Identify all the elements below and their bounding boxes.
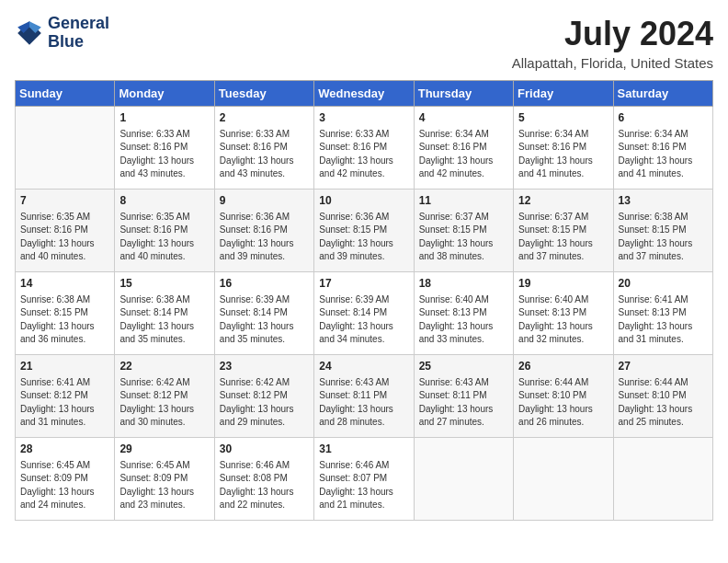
- day-number: 29: [119, 442, 209, 457]
- week-row-3: 14Sunrise: 6:38 AMSunset: 8:15 PMDayligh…: [16, 272, 713, 355]
- calendar-cell-4-4: [414, 438, 513, 521]
- week-row-4: 21Sunrise: 6:41 AMSunset: 8:12 PMDayligh…: [16, 355, 713, 438]
- day-number: 23: [220, 359, 309, 374]
- day-number: 27: [619, 359, 708, 374]
- day-number: 12: [518, 193, 608, 209]
- calendar-cell-0-5: 5Sunrise: 6:34 AMSunset: 8:16 PMDaylight…: [514, 107, 613, 190]
- day-info: Sunrise: 6:34 AMSunset: 8:16 PMDaylight:…: [619, 128, 708, 181]
- subtitle: Allapattah, Florida, United States: [512, 55, 713, 71]
- day-number: 22: [119, 359, 209, 374]
- day-info: Sunrise: 6:46 AMSunset: 8:07 PMDaylight:…: [319, 459, 408, 512]
- day-number: 13: [619, 193, 708, 209]
- day-number: 24: [319, 359, 408, 374]
- calendar-cell-0-6: 6Sunrise: 6:34 AMSunset: 8:16 PMDaylight…: [613, 107, 712, 190]
- day-header-tuesday: Tuesday: [214, 81, 313, 107]
- calendar-header: SundayMondayTuesdayWednesdayThursdayFrid…: [16, 81, 713, 107]
- week-row-2: 7Sunrise: 6:35 AMSunset: 8:16 PMDaylight…: [16, 190, 713, 272]
- day-number: 21: [20, 359, 109, 374]
- calendar-cell-2-3: 17Sunrise: 6:39 AMSunset: 8:14 PMDayligh…: [314, 272, 414, 355]
- day-header-saturday: Saturday: [613, 81, 712, 107]
- day-number: 6: [619, 110, 708, 126]
- day-number: 4: [419, 110, 508, 126]
- day-info: Sunrise: 6:34 AMSunset: 8:16 PMDaylight:…: [518, 128, 608, 181]
- calendar-body: 1Sunrise: 6:33 AMSunset: 8:16 PMDaylight…: [16, 107, 713, 521]
- day-number: 28: [20, 442, 109, 457]
- day-info: Sunrise: 6:46 AMSunset: 8:08 PMDaylight:…: [220, 459, 309, 512]
- day-info: Sunrise: 6:44 AMSunset: 8:10 PMDaylight:…: [619, 376, 708, 430]
- day-number: 14: [20, 276, 109, 292]
- day-info: Sunrise: 6:41 AMSunset: 8:12 PMDaylight:…: [20, 376, 109, 430]
- day-info: Sunrise: 6:38 AMSunset: 8:14 PMDaylight:…: [119, 293, 209, 347]
- calendar-cell-2-6: 20Sunrise: 6:41 AMSunset: 8:13 PMDayligh…: [613, 272, 712, 355]
- day-info: Sunrise: 6:42 AMSunset: 8:12 PMDaylight:…: [119, 376, 209, 430]
- calendar-cell-3-4: 25Sunrise: 6:43 AMSunset: 8:11 PMDayligh…: [414, 355, 513, 438]
- logo-icon: [15, 18, 44, 48]
- day-info: Sunrise: 6:39 AMSunset: 8:14 PMDaylight:…: [319, 293, 408, 347]
- day-number: 16: [220, 276, 309, 292]
- calendar-cell-2-4: 18Sunrise: 6:40 AMSunset: 8:13 PMDayligh…: [414, 272, 513, 355]
- title-area: July 2024 Allapattah, Florida, United St…: [512, 15, 713, 71]
- day-number: 30: [220, 442, 309, 457]
- day-info: Sunrise: 6:43 AMSunset: 8:11 PMDaylight:…: [319, 376, 408, 430]
- day-number: 9: [220, 193, 309, 209]
- day-info: Sunrise: 6:44 AMSunset: 8:10 PMDaylight:…: [518, 376, 608, 430]
- calendar-cell-1-5: 12Sunrise: 6:37 AMSunset: 8:15 PMDayligh…: [514, 190, 613, 272]
- calendar-cell-1-1: 8Sunrise: 6:35 AMSunset: 8:16 PMDaylight…: [115, 190, 214, 272]
- day-info: Sunrise: 6:38 AMSunset: 8:15 PMDaylight:…: [20, 293, 109, 347]
- days-of-week-row: SundayMondayTuesdayWednesdayThursdayFrid…: [16, 81, 713, 107]
- day-header-wednesday: Wednesday: [314, 81, 414, 107]
- day-number: 20: [619, 276, 708, 292]
- day-info: Sunrise: 6:45 AMSunset: 8:09 PMDaylight:…: [119, 459, 209, 512]
- day-number: 15: [119, 276, 209, 292]
- day-info: Sunrise: 6:37 AMSunset: 8:15 PMDaylight:…: [419, 211, 508, 264]
- day-header-sunday: Sunday: [16, 81, 115, 107]
- calendar-cell-1-3: 10Sunrise: 6:36 AMSunset: 8:15 PMDayligh…: [314, 190, 414, 272]
- week-row-5: 28Sunrise: 6:45 AMSunset: 8:09 PMDayligh…: [16, 438, 713, 521]
- logo: General Blue: [15, 15, 109, 52]
- calendar-cell-1-4: 11Sunrise: 6:37 AMSunset: 8:15 PMDayligh…: [414, 190, 513, 272]
- day-number: 19: [518, 276, 608, 292]
- day-header-friday: Friday: [514, 81, 613, 107]
- logo-text: General Blue: [48, 15, 109, 52]
- calendar-cell-4-1: 29Sunrise: 6:45 AMSunset: 8:09 PMDayligh…: [115, 438, 214, 521]
- calendar-cell-4-6: [613, 438, 712, 521]
- day-number: 25: [419, 359, 508, 374]
- day-number: 10: [319, 193, 408, 209]
- day-info: Sunrise: 6:33 AMSunset: 8:16 PMDaylight:…: [319, 128, 408, 181]
- day-number: 3: [319, 110, 408, 126]
- calendar-cell-4-3: 31Sunrise: 6:46 AMSunset: 8:07 PMDayligh…: [314, 438, 414, 521]
- day-info: Sunrise: 6:42 AMSunset: 8:12 PMDaylight:…: [220, 376, 309, 430]
- calendar-cell-2-0: 14Sunrise: 6:38 AMSunset: 8:15 PMDayligh…: [16, 272, 115, 355]
- calendar-cell-4-5: [514, 438, 613, 521]
- calendar-cell-3-2: 23Sunrise: 6:42 AMSunset: 8:12 PMDayligh…: [214, 355, 313, 438]
- week-row-1: 1Sunrise: 6:33 AMSunset: 8:16 PMDaylight…: [16, 107, 713, 190]
- day-number: 26: [518, 359, 608, 374]
- day-info: Sunrise: 6:40 AMSunset: 8:13 PMDaylight:…: [518, 293, 608, 347]
- day-info: Sunrise: 6:43 AMSunset: 8:11 PMDaylight:…: [419, 376, 508, 430]
- calendar-cell-1-6: 13Sunrise: 6:38 AMSunset: 8:15 PMDayligh…: [613, 190, 712, 272]
- day-info: Sunrise: 6:33 AMSunset: 8:16 PMDaylight:…: [119, 128, 209, 181]
- day-number: 2: [220, 110, 309, 126]
- day-info: Sunrise: 6:35 AMSunset: 8:16 PMDaylight:…: [119, 211, 209, 264]
- day-info: Sunrise: 6:40 AMSunset: 8:13 PMDaylight:…: [419, 293, 508, 347]
- calendar-table: SundayMondayTuesdayWednesdayThursdayFrid…: [15, 80, 713, 521]
- calendar-cell-3-5: 26Sunrise: 6:44 AMSunset: 8:10 PMDayligh…: [514, 355, 613, 438]
- logo-line2: Blue: [48, 33, 109, 52]
- calendar-cell-0-0: [16, 107, 115, 190]
- day-info: Sunrise: 6:35 AMSunset: 8:16 PMDaylight:…: [20, 211, 109, 264]
- calendar-cell-2-1: 15Sunrise: 6:38 AMSunset: 8:14 PMDayligh…: [115, 272, 214, 355]
- calendar-cell-2-2: 16Sunrise: 6:39 AMSunset: 8:14 PMDayligh…: [214, 272, 313, 355]
- day-number: 17: [319, 276, 408, 292]
- day-number: 7: [20, 193, 109, 209]
- day-header-monday: Monday: [115, 81, 214, 107]
- header: General Blue July 2024 Allapattah, Flori…: [15, 15, 713, 71]
- day-info: Sunrise: 6:37 AMSunset: 8:15 PMDaylight:…: [518, 211, 608, 264]
- day-info: Sunrise: 6:36 AMSunset: 8:15 PMDaylight:…: [319, 211, 408, 264]
- day-number: 11: [419, 193, 508, 209]
- day-info: Sunrise: 6:36 AMSunset: 8:16 PMDaylight:…: [220, 211, 309, 264]
- day-number: 8: [119, 193, 209, 209]
- day-number: 31: [319, 442, 408, 457]
- day-info: Sunrise: 6:38 AMSunset: 8:15 PMDaylight:…: [619, 211, 708, 264]
- day-number: 5: [518, 110, 608, 126]
- day-info: Sunrise: 6:34 AMSunset: 8:16 PMDaylight:…: [419, 128, 508, 181]
